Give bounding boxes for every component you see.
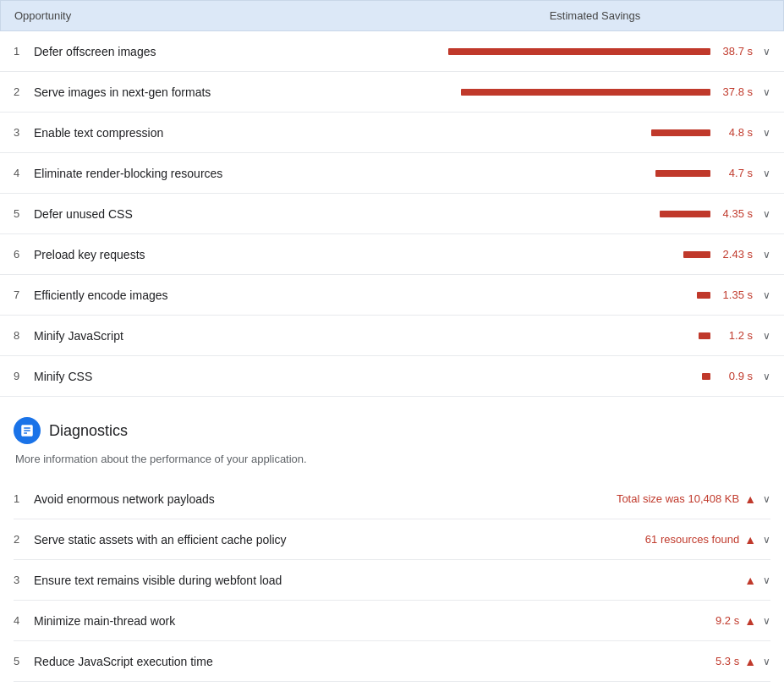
row-label: Defer offscreen images <box>34 45 406 58</box>
diag-number: 4 <box>14 614 34 627</box>
row-number: 5 <box>14 207 34 220</box>
chevron-icon[interactable]: ∨ <box>763 330 770 342</box>
warning-icon: ▲ <box>744 492 756 506</box>
diag-value: 5.3 s <box>715 655 739 667</box>
bar-container <box>406 251 710 258</box>
diag-label: Ensure text remains visible during webfo… <box>34 574 744 587</box>
savings-bar <box>461 89 710 96</box>
opportunity-row[interactable]: 7 Efficiently encode images 1.35 s ∨ <box>0 275 784 316</box>
diag-value: 9.2 s <box>715 614 739 627</box>
row-bar-area: 1.35 s ∨ <box>406 288 770 301</box>
diagnostics-list: 1 Avoid enormous network payloads Total … <box>14 479 770 692</box>
bar-container <box>406 332 710 339</box>
diag-value: 61 resources found <box>645 533 739 546</box>
row-label: Eliminate render-blocking resources <box>34 167 406 180</box>
diag-label: Avoid enormous network payloads <box>34 492 617 506</box>
chevron-icon[interactable]: ∨ <box>763 249 770 261</box>
diag-right: ▲ ∨ <box>744 574 770 587</box>
opportunity-row[interactable]: 6 Preload key requests 2.43 s ∨ <box>0 234 784 275</box>
diagnostics-row[interactable]: 1 Avoid enormous network payloads Total … <box>14 479 770 519</box>
bar-container <box>406 373 710 380</box>
diag-number: 2 <box>14 533 34 546</box>
diagnostics-icon <box>14 417 41 444</box>
diagnostics-title: Diagnostics <box>49 422 128 440</box>
row-bar-area: 0.9 s ∨ <box>406 370 770 382</box>
diag-right: 5.3 s ▲ ∨ <box>715 655 770 668</box>
row-bar-area: 2.43 s ∨ <box>406 248 770 261</box>
row-label: Minify CSS <box>34 370 406 383</box>
savings-value: 2.43 s <box>717 248 753 261</box>
diagnostics-row[interactable]: 3 Ensure text remains visible during web… <box>14 560 770 601</box>
row-number: 9 <box>14 370 34 382</box>
opportunity-row[interactable]: 1 Defer offscreen images 38.7 s ∨ <box>0 31 784 72</box>
bar-container <box>406 211 710 217</box>
chevron-icon[interactable]: ∨ <box>763 46 770 58</box>
row-bar-area: 4.8 s ∨ <box>406 126 770 139</box>
diagnostics-row[interactable]: 4 Minimize main-thread work 9.2 s ▲ ∨ <box>14 601 770 641</box>
diagnostics-section: Diagnostics More information about the p… <box>0 397 784 692</box>
chevron-icon[interactable]: ∨ <box>763 371 770 382</box>
warning-icon: ▲ <box>744 533 756 546</box>
chevron-icon[interactable]: ∨ <box>763 86 770 98</box>
diag-label: Serve static assets with an efficient ca… <box>34 533 645 546</box>
warning-icon: ▲ <box>744 574 756 587</box>
opportunity-row[interactable]: 5 Defer unused CSS 4.35 s ∨ <box>0 194 784 234</box>
chevron-icon[interactable]: ∨ <box>763 574 770 586</box>
chevron-icon[interactable]: ∨ <box>763 534 770 546</box>
savings-value: 1.2 s <box>717 329 753 342</box>
row-number: 8 <box>14 329 34 342</box>
savings-value: 4.35 s <box>717 207 753 220</box>
opportunity-row[interactable]: 8 Minify JavaScript 1.2 s ∨ <box>0 316 784 356</box>
row-bar-area: 37.8 s ∨ <box>406 85 770 98</box>
chevron-icon[interactable]: ∨ <box>763 656 770 667</box>
bar-container <box>406 48 710 55</box>
diag-right: 61 resources found ▲ ∨ <box>645 533 770 546</box>
diagnostics-row[interactable]: 2 Serve static assets with an efficient … <box>14 519 770 560</box>
row-number: 6 <box>14 248 34 261</box>
savings-bar <box>651 129 710 136</box>
opportunity-row[interactable]: 3 Enable text compression 4.8 s ∨ <box>0 113 784 153</box>
diag-number: 5 <box>14 655 34 667</box>
diagnostics-subtitle: More information about the performance o… <box>14 453 770 465</box>
diag-right: 9.2 s ▲ ∨ <box>715 614 770 628</box>
opportunities-header: Opportunity Estimated Savings <box>0 0 784 31</box>
savings-value: 37.8 s <box>717 85 753 98</box>
diag-label: Minimize main-thread work <box>34 614 715 628</box>
row-number: 2 <box>14 85 34 98</box>
savings-bar <box>655 170 710 177</box>
diagnostics-row[interactable]: 6 Avoid an excessive DOM size 1,185 node… <box>14 682 770 692</box>
row-label: Enable text compression <box>34 126 406 140</box>
opportunity-row[interactable]: 4 Eliminate render-blocking resources 4.… <box>0 153 784 194</box>
chevron-icon[interactable]: ∨ <box>763 493 770 505</box>
row-bar-area: 4.35 s ∨ <box>406 207 770 220</box>
row-label: Minify JavaScript <box>34 329 406 343</box>
chevron-icon[interactable]: ∨ <box>763 208 770 220</box>
row-bar-area: 1.2 s ∨ <box>406 329 770 342</box>
row-number: 3 <box>14 126 34 139</box>
row-number: 7 <box>14 288 34 301</box>
chevron-icon[interactable]: ∨ <box>763 127 770 139</box>
diag-label: Reduce JavaScript execution time <box>34 655 715 668</box>
row-label: Efficiently encode images <box>34 288 406 302</box>
savings-value: 0.9 s <box>717 370 753 382</box>
bar-container <box>406 89 710 96</box>
diag-number: 1 <box>14 492 34 505</box>
savings-bar <box>699 332 710 339</box>
savings-value: 1.35 s <box>717 288 753 301</box>
opportunity-row[interactable]: 9 Minify CSS 0.9 s ∨ <box>0 356 784 397</box>
opportunity-row[interactable]: 2 Serve images in next-gen formats 37.8 … <box>0 72 784 113</box>
savings-value: 4.8 s <box>717 126 753 139</box>
bar-container <box>406 170 710 177</box>
bar-container <box>406 129 710 136</box>
warning-icon: ▲ <box>744 655 756 668</box>
header-savings: Estimated Savings <box>420 9 770 22</box>
chevron-icon[interactable]: ∨ <box>763 289 770 301</box>
chevron-icon[interactable]: ∨ <box>763 615 770 627</box>
row-number: 1 <box>14 45 34 58</box>
chevron-icon[interactable]: ∨ <box>763 168 770 179</box>
row-label: Defer unused CSS <box>34 207 406 221</box>
diagnostics-row[interactable]: 5 Reduce JavaScript execution time 5.3 s… <box>14 641 770 682</box>
savings-value: 38.7 s <box>717 45 753 58</box>
row-bar-area: 38.7 s ∨ <box>406 45 770 58</box>
savings-value: 4.7 s <box>717 167 753 179</box>
